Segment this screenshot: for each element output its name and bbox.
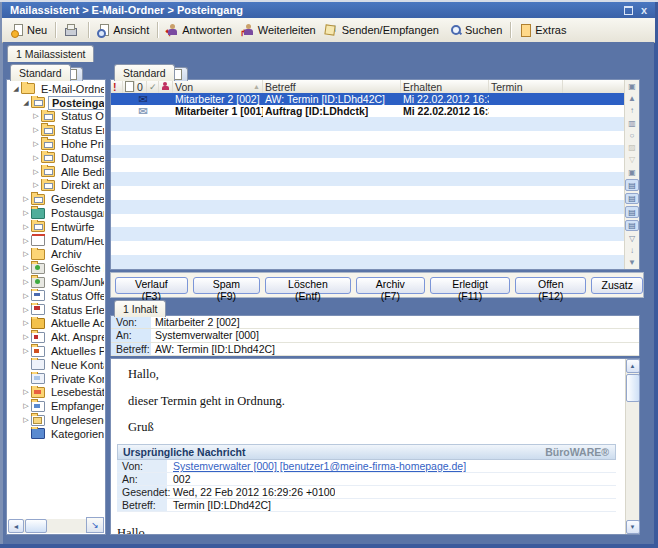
erledigt-f11-button[interactable]: Erledigt (F11) bbox=[430, 277, 510, 294]
tree-expand-arrow-icon[interactable]: ▷ bbox=[21, 319, 31, 327]
tree-item-gelöschte-e-mails[interactable]: ▷Gelöschte E-Mails bbox=[8, 261, 104, 275]
view-list-4-icon[interactable]: ▤ bbox=[625, 220, 639, 231]
view-list-3-icon[interactable]: ▤ bbox=[625, 206, 639, 217]
search-icon[interactable]: ○ bbox=[626, 129, 638, 141]
tree-item-private-kontakte[interactable]: Private Kontakte bbox=[8, 372, 104, 386]
tab-mailassistent[interactable]: 1 Mailassistent bbox=[7, 45, 94, 62]
toolbar-print-button[interactable] bbox=[59, 22, 85, 38]
search-off-icon[interactable]: ▨ bbox=[626, 141, 638, 153]
tree-item-neue-kontakte[interactable]: Neue Kontakte bbox=[8, 358, 104, 372]
view-list-1-icon[interactable]: ▤ bbox=[625, 179, 639, 190]
mail-row-0[interactable]: ✉Mitarbeiter 2 [002]AW: Termin [ID:LDhd4… bbox=[111, 93, 625, 105]
column-header-document[interactable] bbox=[123, 80, 135, 93]
tree-item-spam-junkmails[interactable]: ▷Spam/Junkmails bbox=[8, 275, 104, 289]
mail-row-1[interactable]: ✉Mitarbeiter 1 [001]Auftrag [ID:LDhdctk]… bbox=[111, 105, 625, 117]
tree-item-status-offen[interactable]: ▷Status Offen bbox=[8, 289, 104, 303]
content-tab-inhalt[interactable]: 1 Inhalt bbox=[114, 300, 166, 317]
content-scrollbar[interactable]: ▲ ▼ bbox=[625, 359, 639, 534]
column-header-erhalten[interactable]: Erhalten bbox=[401, 80, 489, 93]
tree-expand-arrow-icon[interactable]: ▷ bbox=[21, 333, 31, 341]
column-header-termin[interactable]: Termin bbox=[489, 80, 563, 93]
tree-item-status-erledigt[interactable]: ▷Status Erledigt bbox=[8, 303, 104, 317]
toolbar-ansicht-button[interactable]: Ansicht bbox=[92, 22, 154, 38]
toolbar-extras-button[interactable]: Extras bbox=[514, 22, 571, 38]
tree-item-e-mail-ordner[interactable]: ◢E-Mail-Ordner bbox=[8, 82, 104, 96]
scroll-up-icon[interactable]: ↑ bbox=[626, 105, 638, 117]
column-header-betreff[interactable]: Betreff bbox=[263, 80, 401, 93]
close-button[interactable]: x bbox=[637, 4, 651, 16]
restore-button[interactable] bbox=[621, 4, 635, 16]
scroll-down-button[interactable]: ▼ bbox=[626, 520, 640, 534]
tree-item-aktuelle-adresse[interactable]: ▷Aktuelle Adresse bbox=[8, 317, 104, 331]
toolbar-senden-empfangen-button[interactable]: Senden/Empfangen bbox=[321, 22, 444, 38]
tree-expand-arrow-icon[interactable]: ▷ bbox=[21, 416, 31, 424]
tree-expand-arrow-icon[interactable]: ▷ bbox=[21, 347, 31, 355]
tree-expand-arrow-icon[interactable]: ▷ bbox=[21, 209, 31, 217]
column-header-0[interactable]: 0 bbox=[135, 80, 147, 93]
scroll-bottom-icon[interactable]: ▽ bbox=[626, 232, 638, 244]
tree-item-datum-heute[interactable]: ▷Datum/Heute bbox=[8, 234, 104, 248]
tree-item-postausgang[interactable]: ▷Postausgang bbox=[8, 206, 104, 220]
scroll-thumb[interactable] bbox=[626, 374, 640, 402]
tree-expand-arrow-icon[interactable]: ▷ bbox=[21, 278, 31, 286]
tree-collapse-arrow-icon[interactable]: ◢ bbox=[21, 99, 31, 107]
sender-link[interactable]: Systemverwalter [000] [benutzer1@meine-f… bbox=[167, 460, 466, 472]
tree-expand-arrow-icon[interactable]: ▷ bbox=[31, 140, 41, 148]
tree-expand-arrow-icon[interactable]: ▷ bbox=[21, 264, 31, 272]
tree-expand-arrow-icon[interactable]: ▷ bbox=[21, 292, 31, 300]
archiv-f7-button[interactable]: Archiv (F7) bbox=[356, 277, 425, 294]
pages-icon[interactable]: ▣ bbox=[626, 80, 638, 92]
tree-item-alle-bediener[interactable]: ▷Alle Bediener bbox=[8, 165, 104, 179]
tree-expand-arrow-icon[interactable]: ▷ bbox=[31, 126, 41, 134]
list-tab-standard[interactable]: Standard bbox=[114, 64, 175, 81]
tree-item-status-offen[interactable]: ▷Status Offen bbox=[8, 110, 104, 124]
tree-item-ungelesene-mails[interactable]: ▷Ungelesene Mails bbox=[8, 413, 104, 427]
tree-expand-arrow-icon[interactable]: ▷ bbox=[21, 195, 31, 203]
expand-panel-button[interactable]: ↘ bbox=[86, 517, 104, 533]
tree-expand-arrow-icon[interactable]: ▷ bbox=[31, 168, 41, 176]
scroll-up-button[interactable]: ▲ bbox=[626, 359, 640, 373]
tree-item-gesendete-e-mails[interactable]: ▷Gesendete E-Mails bbox=[8, 192, 104, 206]
columns-icon[interactable]: ▥ bbox=[626, 117, 638, 129]
tree-item-aktuelles-projekt[interactable]: ▷Aktuelles Projekt bbox=[8, 344, 104, 358]
scroll-left-button[interactable]: ◄ bbox=[8, 519, 24, 533]
zusatz-button[interactable]: Zusatz bbox=[591, 277, 643, 294]
toolbar-neu-button[interactable]: Neu bbox=[6, 22, 52, 38]
tree-item-datumselektion[interactable]: ▷Datumselektion bbox=[8, 151, 104, 165]
toolbar-antworten-button[interactable]: ↰Antworten bbox=[161, 22, 237, 38]
scroll-thumb[interactable] bbox=[25, 519, 47, 533]
tree-expand-arrow-icon[interactable]: ▷ bbox=[31, 181, 41, 189]
column-header-check[interactable]: ✓ bbox=[147, 80, 159, 93]
tree-item-hohe-priorität[interactable]: ▷Hohe Priorität bbox=[8, 137, 104, 151]
tree-expand-arrow-icon[interactable]: ▷ bbox=[31, 112, 41, 120]
copy-icon[interactable]: ▣ bbox=[626, 166, 638, 178]
tree-expand-arrow-icon[interactable]: ▷ bbox=[21, 250, 31, 258]
column-header-excl[interactable]: ! bbox=[111, 80, 123, 93]
tree-horizontal-scrollbar[interactable]: ◄ bbox=[8, 519, 87, 533]
tree-expand-arrow-icon[interactable]: ▷ bbox=[31, 154, 41, 162]
tree-item-lesebestätigungen[interactable]: ▷Lesebestätigungen bbox=[8, 386, 104, 400]
column-header-person[interactable] bbox=[159, 80, 173, 93]
tree-item-archiv[interactable]: ▷Archiv bbox=[8, 248, 104, 262]
verlauf-f3-button[interactable]: Verlauf (F3) bbox=[115, 277, 188, 294]
tree-item-akt-ansprechpartner[interactable]: ▷Akt. Ansprechpartner bbox=[8, 330, 104, 344]
toolbar-weiterleiten-button[interactable]: ↱Weiterleiten bbox=[237, 22, 321, 38]
tree-expand-arrow-icon[interactable]: ▷ bbox=[21, 237, 31, 245]
tree-item-status-erledigt[interactable]: ▷Status Erledigt bbox=[8, 123, 104, 137]
tree-expand-arrow-icon[interactable]: ▷ bbox=[21, 402, 31, 410]
tree-item-posteingang[interactable]: ◢Posteingang bbox=[8, 96, 104, 110]
tree-item-kategorien[interactable]: Kategorien bbox=[8, 427, 104, 441]
tree-expand-arrow-icon[interactable]: ▷ bbox=[21, 223, 31, 231]
scroll-end-icon[interactable]: ▼ bbox=[626, 257, 638, 269]
column-header-von[interactable]: Von▲ bbox=[173, 80, 263, 93]
toolbar-suchen-button[interactable]: Suchen bbox=[444, 22, 507, 38]
offen-f12-button[interactable]: Offen (F12) bbox=[515, 277, 586, 294]
löschen-entf-button[interactable]: Löschen (Entf) bbox=[265, 277, 351, 294]
spam-f9-button[interactable]: Spam (F9) bbox=[193, 277, 261, 294]
view-list-2-icon[interactable]: ▤ bbox=[625, 193, 639, 204]
filter-icon[interactable]: ▽ bbox=[626, 154, 638, 166]
tree-item-empfangene-mails[interactable]: ▷Empfangene Mails bbox=[8, 399, 104, 413]
tree-expand-arrow-icon[interactable]: ▷ bbox=[21, 306, 31, 314]
scroll-top-icon[interactable]: ▲ bbox=[626, 92, 638, 104]
tree-collapse-arrow-icon[interactable]: ◢ bbox=[11, 85, 21, 93]
